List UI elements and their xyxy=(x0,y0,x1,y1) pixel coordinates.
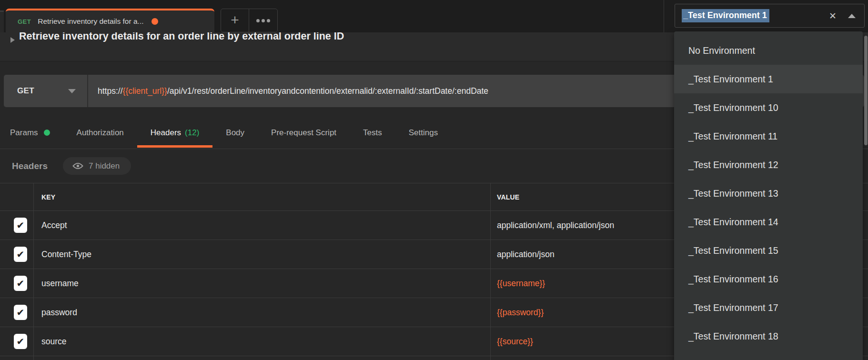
header-key[interactable]: source xyxy=(41,337,67,347)
params-active-dot xyxy=(44,130,50,136)
tab-settings-label: Settings xyxy=(409,128,438,138)
checkmark-icon: ✔ xyxy=(17,250,25,259)
checkmark-icon: ✔ xyxy=(17,308,25,317)
method-select[interactable]: GET xyxy=(4,75,88,107)
env-option[interactable]: _Test Environment 16 xyxy=(674,265,863,293)
tab-authorization[interactable]: Authorization xyxy=(63,117,137,149)
env-option[interactable]: _Test Environment 12 xyxy=(674,150,863,179)
tab-headers-label: Headers xyxy=(151,128,181,138)
environment-selected-text: _Test Environment 1 xyxy=(682,9,769,22)
tab-pre-request-label: Pre-request Script xyxy=(271,128,336,138)
header-key[interactable]: Content-Type xyxy=(41,250,91,260)
value-column-header: VALUE xyxy=(497,193,519,201)
url-path: /api/v1/rest/orderLine/inventoryandconte… xyxy=(167,86,488,96)
tab-tests[interactable]: Tests xyxy=(350,117,395,149)
row-checkbox[interactable]: ✔ xyxy=(14,218,27,233)
request-title: Retrieve inventory details for an order … xyxy=(19,32,344,44)
key-column-header: KEY xyxy=(41,193,55,201)
hidden-headers-toggle[interactable]: 7 hidden xyxy=(63,157,131,175)
tab-title: Retrieve inventory details for a... xyxy=(38,17,143,26)
env-option[interactable]: _Test Environment 11 xyxy=(674,122,863,150)
url-variable: {{client_url}} xyxy=(123,86,167,96)
tab-params[interactable]: Params xyxy=(0,117,63,149)
plus-icon: + xyxy=(231,13,239,27)
env-option[interactable]: _Test Environment 17 xyxy=(674,293,863,322)
environment-dropdown: No Environment _Test Environment 1 _Test… xyxy=(674,31,863,360)
header-value[interactable]: {{source}} xyxy=(497,337,533,347)
checkmark-icon: ✔ xyxy=(17,220,25,230)
env-option[interactable]: _Test Environment 14 xyxy=(674,208,863,236)
topbar-divider xyxy=(664,0,664,32)
env-option[interactable]: _Test Environment 13 xyxy=(674,179,863,208)
tab-params-label: Params xyxy=(10,128,38,138)
collapse-caret-icon[interactable] xyxy=(10,37,15,43)
tab-settings[interactable]: Settings xyxy=(395,117,451,149)
unsaved-changes-dot xyxy=(151,18,158,25)
hidden-headers-label: 7 hidden xyxy=(89,161,120,171)
chevron-down-icon xyxy=(68,89,76,93)
header-key[interactable]: Accept xyxy=(41,220,67,230)
header-key[interactable]: username xyxy=(41,279,79,289)
more-tabs-button[interactable] xyxy=(249,9,277,32)
row-checkbox[interactable]: ✔ xyxy=(14,305,27,320)
row-checkbox[interactable]: ✔ xyxy=(14,247,27,262)
environment-selector-input[interactable]: _Test Environment 1 ✕ xyxy=(675,4,865,28)
headers-section-title: Headers xyxy=(12,161,48,171)
active-tab-underline xyxy=(137,145,213,148)
eye-icon xyxy=(72,162,83,170)
tab-method-badge: GET xyxy=(18,18,31,25)
tab-body-label: Body xyxy=(226,128,244,138)
checkbox-column-header xyxy=(0,183,34,210)
ellipsis-icon xyxy=(256,19,270,22)
tab-bar: GET Retrieve inventory details for a... … xyxy=(0,0,868,32)
clear-environment-icon[interactable]: ✕ xyxy=(829,11,837,20)
env-option[interactable]: _Test Environment 1 xyxy=(674,65,863,93)
env-option[interactable]: _Test Environment 10 xyxy=(674,93,863,122)
new-tab-button[interactable]: + xyxy=(221,9,249,32)
checkmark-icon: ✔ xyxy=(17,279,25,288)
checkmark-icon: ✔ xyxy=(17,337,25,346)
tab-pre-request-script[interactable]: Pre-request Script xyxy=(258,117,350,149)
header-value[interactable]: application/xml, application/json xyxy=(497,220,614,230)
row-checkbox[interactable]: ✔ xyxy=(14,276,27,291)
previous-tab-edge[interactable] xyxy=(0,10,4,32)
method-label: GET xyxy=(17,86,34,96)
env-option-no-environment[interactable]: No Environment xyxy=(674,36,863,65)
env-option[interactable]: _Test Environment 18 xyxy=(674,322,863,350)
header-key[interactable]: password xyxy=(41,308,77,318)
tab-body[interactable]: Body xyxy=(212,117,258,149)
headers-count: (12) xyxy=(185,128,199,138)
header-value[interactable]: {{password}} xyxy=(497,308,544,318)
url-prefix: https:// xyxy=(98,86,123,96)
request-tab-active[interactable]: GET Retrieve inventory details for a... xyxy=(6,9,214,32)
tab-authorization-label: Authorization xyxy=(77,128,124,138)
tab-tests-label: Tests xyxy=(363,128,382,138)
tab-headers[interactable]: Headers (12) xyxy=(137,117,213,149)
header-value[interactable]: {{username}} xyxy=(497,279,545,289)
scrollbar-thumb[interactable] xyxy=(864,36,868,145)
collapse-dropdown-icon[interactable] xyxy=(848,14,856,18)
row-checkbox[interactable]: ✔ xyxy=(14,334,27,349)
tab-actions-group: + xyxy=(221,9,278,32)
env-option[interactable]: _Test Environment 15 xyxy=(674,236,863,265)
header-value[interactable]: application/json xyxy=(497,250,555,260)
